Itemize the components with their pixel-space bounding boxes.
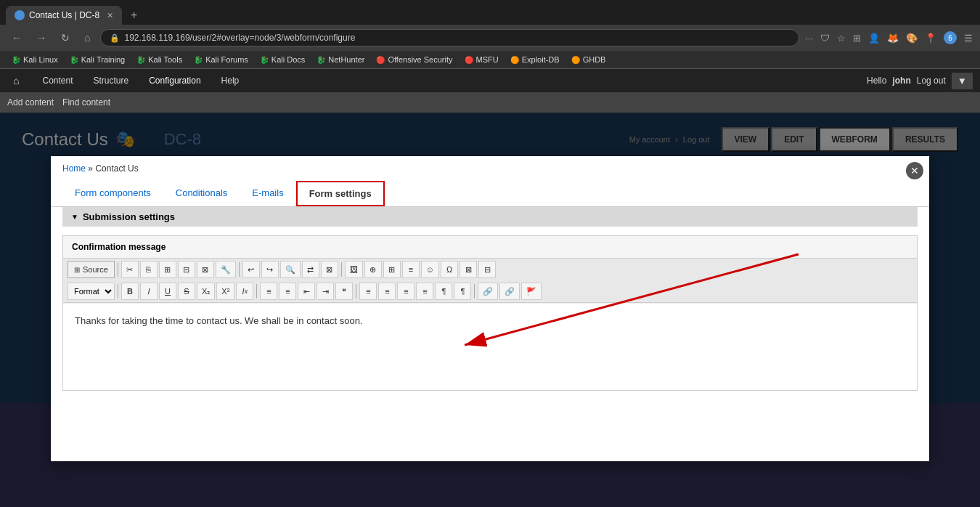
unlink-button[interactable]: 🔗 xyxy=(499,283,520,300)
star-icon[interactable]: ☆ xyxy=(837,33,846,44)
admin-menu-help[interactable]: Help xyxy=(219,70,242,92)
active-tab[interactable]: Contact Us | DC-8 ✕ xyxy=(6,6,122,25)
admin-logout-link[interactable]: Log out xyxy=(917,76,946,86)
tab-conditionals[interactable]: Conditionals xyxy=(163,181,240,206)
admin-username[interactable]: john xyxy=(892,76,910,86)
breadcrumb-separator: » xyxy=(88,163,95,174)
format-select[interactable]: Format xyxy=(68,283,115,300)
spell-check-button[interactable]: 🔧 xyxy=(216,261,236,278)
bookmark-kali-linux[interactable]: 🐉 Kali Linux xyxy=(7,54,62,65)
source-label: Source xyxy=(83,265,108,274)
bold-button[interactable]: B xyxy=(121,283,139,300)
admin-user-area: Hello john Log out ▼ xyxy=(867,73,973,89)
bidi-ltr-button[interactable]: ¶ xyxy=(435,283,452,300)
italic-button[interactable]: I xyxy=(140,283,158,300)
align-right-button[interactable]: ≡ xyxy=(397,283,415,300)
find-button[interactable]: 🔍 xyxy=(280,261,301,278)
breadcrumb-home[interactable]: Home xyxy=(62,163,86,174)
kali-training-icon: 🐉 xyxy=(70,56,78,64)
indent-less-button[interactable]: ⇤ xyxy=(298,283,315,300)
select-all-button[interactable]: ⊠ xyxy=(321,261,338,278)
tab-form-components[interactable]: Form components xyxy=(62,181,163,206)
bookmark-label: GHDB xyxy=(583,55,606,64)
link-button[interactable]: 🔗 xyxy=(478,283,498,300)
tab-emails[interactable]: E-mails xyxy=(240,181,295,206)
pin-icon: 📍 xyxy=(925,33,936,44)
ghdb-icon: 🟠 xyxy=(571,56,580,64)
admin-hello-text: Hello xyxy=(867,76,886,86)
admin-dropdown-button[interactable]: ▼ xyxy=(952,73,973,89)
settings-section: ▼ Submission settings Confirmation messa… xyxy=(51,207,929,411)
tab-form-settings[interactable]: Form settings xyxy=(296,181,385,206)
submission-settings-header[interactable]: ▼ Submission settings xyxy=(62,207,918,227)
forward-button[interactable]: → xyxy=(32,31,51,45)
bookmark-label: NetHunter xyxy=(328,55,364,64)
nethunter-icon: 🐉 xyxy=(317,56,325,64)
find-content-link[interactable]: Find content xyxy=(62,97,110,108)
admin-menu-content[interactable]: Content xyxy=(39,70,75,92)
home-button[interactable]: ⌂ xyxy=(80,31,94,45)
paste-word-button[interactable]: ⊠ xyxy=(197,261,214,278)
bookmark-nethunter[interactable]: 🐉 NetHunter xyxy=(312,54,369,65)
horizontal-rule-button[interactable]: ≡ xyxy=(402,261,420,278)
reload-button[interactable]: ↻ xyxy=(57,31,74,45)
bookmark-exploit-db[interactable]: 🟠 Exploit-DB xyxy=(506,54,564,65)
bookmark-msfu[interactable]: 🔴 MSFU xyxy=(460,54,503,65)
undo-button[interactable]: ↩ xyxy=(242,261,260,278)
table-button[interactable]: ⊞ xyxy=(383,261,401,278)
menu-button[interactable]: ☰ xyxy=(964,33,973,44)
replace-button[interactable]: ⇄ xyxy=(302,261,319,278)
bidi-rtl-button[interactable]: ¶ xyxy=(454,283,471,300)
nav-icons: ··· 🛡 ☆ ⊞ 👤 🦊 🎨 📍 6 ☰ xyxy=(805,31,973,44)
remove-format-button[interactable]: Ix xyxy=(236,283,253,300)
align-center-button[interactable]: ≡ xyxy=(378,283,396,300)
image-button[interactable]: 🖼 xyxy=(345,261,363,278)
superscript-button[interactable]: X² xyxy=(216,283,234,300)
editor-content[interactable]: Thanks for taking the time to contact us… xyxy=(63,303,917,390)
admin-menu-configuration[interactable]: Configuration xyxy=(146,70,203,92)
bookmark-kali-forums[interactable]: 🐉 Kali Forums xyxy=(189,54,253,65)
special-char-button[interactable]: Ω xyxy=(441,261,458,278)
blockquote-button[interactable]: ❝ xyxy=(335,283,353,300)
bookmark-kali-training[interactable]: 🐉 Kali Training xyxy=(65,54,130,65)
back-button[interactable]: ← xyxy=(7,31,26,45)
address-bar[interactable]: 🔒 192.168.119.169/user/2#overlay=node/3/… xyxy=(100,29,799,46)
iframe-button[interactable]: ⊠ xyxy=(460,261,477,278)
admin-menu-structure[interactable]: Structure xyxy=(91,70,132,92)
cut-button[interactable]: ✂ xyxy=(121,261,139,278)
pagebreak-button[interactable]: ⊟ xyxy=(478,261,496,278)
subscript-button[interactable]: X₂ xyxy=(197,283,215,300)
new-tab-button[interactable]: + xyxy=(125,6,143,25)
paste-button[interactable]: ⊞ xyxy=(159,261,176,278)
source-button[interactable]: ⊞ Source xyxy=(68,261,115,278)
bookmark-ghdb[interactable]: 🟠 GHDB xyxy=(567,54,611,65)
bookmark-kali-docs[interactable]: 🐉 Kali Docs xyxy=(256,54,309,65)
offensive-security-icon: 🔴 xyxy=(376,56,385,64)
strikethrough-button[interactable]: S xyxy=(178,283,195,300)
redo-button[interactable]: ↪ xyxy=(261,261,279,278)
bookmark-kali-tools[interactable]: 🐉 Kali Tools xyxy=(132,54,187,65)
bookmark-label: Kali Tools xyxy=(148,55,182,64)
unordered-list-button[interactable]: ≡ xyxy=(279,283,296,300)
bookmark-offensive-security[interactable]: 🔴 Offensive Security xyxy=(372,54,457,65)
more-button[interactable]: ··· xyxy=(805,33,813,44)
add-content-link[interactable]: Add content xyxy=(7,97,54,108)
modal-close-button[interactable]: ✕ xyxy=(906,162,923,179)
palette-icon: 🎨 xyxy=(906,33,918,44)
toolbar-row-1: ⊞ Source ✂ ⎘ ⊞ ⊟ ⊠ 🔧 ↩ ↪ 🔍 xyxy=(63,259,917,280)
paste-plain-button[interactable]: ⊟ xyxy=(178,261,195,278)
tab-close-button[interactable]: ✕ xyxy=(107,11,113,20)
indent-more-button[interactable]: ⇥ xyxy=(317,283,334,300)
smiley-button[interactable]: ☺ xyxy=(421,261,439,278)
underline-button[interactable]: U xyxy=(159,283,176,300)
anchor-button[interactable]: 🚩 xyxy=(521,283,542,300)
align-justify-button[interactable]: ≡ xyxy=(416,283,433,300)
copy-button[interactable]: ⎘ xyxy=(140,261,158,278)
profile-icon[interactable]: 👤 xyxy=(868,33,880,44)
admin-home-icon[interactable]: ⌂ xyxy=(7,75,25,86)
flash-button[interactable]: ⊕ xyxy=(364,261,382,278)
extensions-icon[interactable]: ⊞ xyxy=(853,33,861,44)
ordered-list-button[interactable]: ≡ xyxy=(260,283,277,300)
bookmark-label: MSFU xyxy=(476,55,499,64)
align-left-button[interactable]: ≡ xyxy=(359,283,377,300)
